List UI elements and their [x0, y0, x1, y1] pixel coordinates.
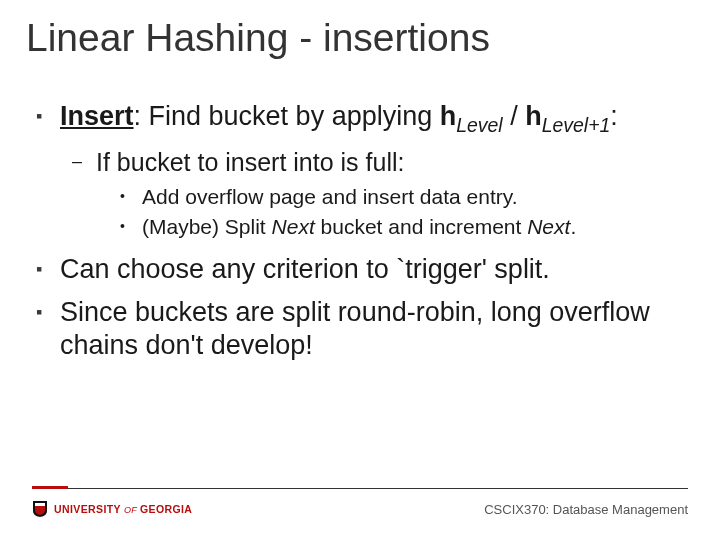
footer-accent [32, 486, 68, 489]
bullet-text: If bucket to insert into is full: [96, 147, 404, 178]
bullet-criterion: ▪ Can choose any criterion to `trigger' … [36, 253, 680, 286]
slide: Linear Hashing - insertions ▪ Insert: Fi… [0, 0, 720, 540]
bullet-text: (Maybe) Split Next bucket and increment … [142, 214, 576, 240]
bullet-marker: ▪ [36, 253, 60, 286]
footer: UNIVERSITY OF GEORGIA CSCIX370: Database… [32, 486, 688, 522]
bullet-text: Insert: Find bucket by applying hLevel /… [60, 100, 680, 137]
bullet-roundrobin: ▪ Since buckets are split round-robin, l… [36, 296, 680, 362]
bullet-insert: ▪ Insert: Find bucket by applying hLevel… [36, 100, 680, 137]
bullet-marker: ▪ [36, 100, 60, 137]
slide-title: Linear Hashing - insertions [0, 0, 720, 60]
university-logo: UNIVERSITY OF GEORGIA [32, 490, 192, 518]
subsub-add-overflow: • Add overflow page and insert data entr… [120, 184, 680, 210]
bullet-marker: • [120, 214, 142, 240]
svg-rect-0 [35, 503, 45, 506]
bullet-text: Since buckets are split round-robin, lon… [60, 296, 680, 362]
course-label: CSCIX370: Database Management [484, 492, 688, 517]
university-name: UNIVERSITY OF GEORGIA [54, 503, 192, 515]
subsub-maybe-split: • (Maybe) Split Next bucket and incremen… [120, 214, 680, 240]
bullet-text: Add overflow page and insert data entry. [142, 184, 518, 210]
shield-icon [32, 500, 48, 518]
bullet-marker: – [72, 147, 96, 178]
bullet-marker: • [120, 184, 142, 210]
slide-body: ▪ Insert: Find bucket by applying hLevel… [0, 60, 720, 362]
subbullet-if-full: – If bucket to insert into is full: [72, 147, 680, 178]
bullet-text: Can choose any criterion to `trigger' sp… [60, 253, 680, 286]
bullet-marker: ▪ [36, 296, 60, 362]
footer-rule [32, 488, 688, 489]
